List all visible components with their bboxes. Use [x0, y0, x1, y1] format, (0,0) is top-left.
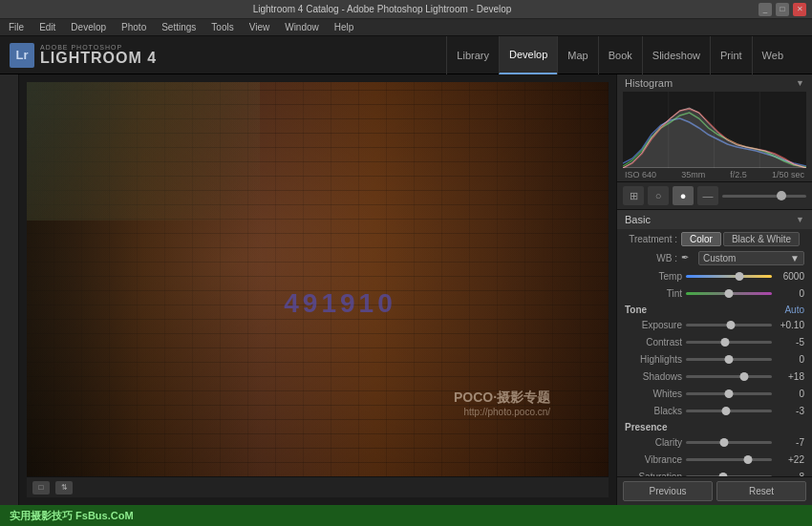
- red-eye-tool[interactable]: ●: [673, 186, 694, 205]
- menu-photo[interactable]: Photo: [118, 21, 149, 33]
- saturation-slider-thumb[interactable]: [718, 473, 727, 477]
- tool-row: ⊞ ○ ● —: [617, 182, 812, 210]
- wb-row: WB : ✒ Custom ▼: [617, 249, 812, 267]
- tint-slider-thumb[interactable]: [725, 289, 734, 298]
- blacks-slider-track[interactable]: [686, 410, 772, 412]
- footer-bar: 实用摄影技巧 FsBus.CoM: [0, 505, 812, 526]
- presence-title: Presence: [625, 422, 667, 432]
- highlights-label: Highlights: [625, 354, 682, 365]
- wb-label: WB :: [625, 253, 677, 263]
- shadows-value: +18: [776, 371, 804, 382]
- menu-tools[interactable]: Tools: [208, 21, 236, 33]
- temp-value: 6000: [776, 271, 804, 282]
- blacks-slider-thumb[interactable]: [722, 407, 731, 415]
- presence-section-header: Presence: [617, 419, 812, 433]
- blacks-value: -3: [776, 406, 804, 416]
- wb-value: Custom: [703, 253, 736, 263]
- menu-file[interactable]: File: [6, 21, 27, 33]
- close-button[interactable]: ✕: [793, 3, 806, 16]
- center-panel: 491910 POCO·摄影专题 http://photo.poco.cn/ □…: [19, 74, 616, 505]
- treatment-color-btn[interactable]: Color: [681, 232, 721, 246]
- vibrance-value: +22: [776, 454, 804, 465]
- contrast-value: -5: [776, 337, 804, 347]
- minimize-button[interactable]: _: [759, 3, 772, 16]
- temp-slider-track[interactable]: [686, 275, 772, 278]
- temp-slider-thumb[interactable]: [735, 272, 743, 281]
- previous-button[interactable]: Previous: [623, 481, 713, 501]
- highlights-slider-thumb[interactable]: [725, 355, 734, 364]
- menu-edit[interactable]: Edit: [36, 21, 58, 33]
- treatment-buttons: Color Black & White: [681, 232, 800, 246]
- right-panel: Histogram ▼: [616, 74, 812, 505]
- saturation-slider-track[interactable]: [686, 475, 772, 477]
- tool-slider-thumb[interactable]: [777, 191, 786, 200]
- crop-tool[interactable]: ⊞: [623, 186, 644, 205]
- nav-map[interactable]: Map: [557, 36, 597, 74]
- sort-icon[interactable]: ⇅: [55, 481, 73, 494]
- exposure-slider-track[interactable]: [686, 324, 772, 326]
- nav-book[interactable]: Book: [598, 36, 642, 74]
- blacks-slider-row: Blacks -3: [617, 402, 812, 419]
- nav-library[interactable]: Library: [446, 36, 499, 74]
- treatment-label: Treatment :: [625, 234, 677, 244]
- maximize-button[interactable]: □: [776, 3, 789, 16]
- histogram-svg: [623, 92, 806, 168]
- logo-area: Lr ADOBE PHOTOSHOP LIGHTROOM 4: [10, 43, 201, 68]
- highlights-slider-track[interactable]: [686, 358, 772, 361]
- basic-section-header[interactable]: Basic ▼: [617, 210, 812, 229]
- whites-slider-thumb[interactable]: [725, 389, 734, 398]
- clarity-slider-row: Clarity -7: [617, 433, 812, 451]
- treatment-bw-btn[interactable]: Black & White: [723, 232, 800, 246]
- exposure-label: Exposure: [625, 320, 682, 330]
- exposure-slider-thumb[interactable]: [726, 321, 735, 329]
- wb-select[interactable]: Custom ▼: [698, 251, 804, 265]
- vibrance-slider-track[interactable]: [686, 458, 772, 461]
- whites-label: Whites: [625, 389, 682, 399]
- histogram-header: Histogram ▼: [617, 74, 812, 92]
- clarity-value: -7: [776, 437, 804, 448]
- tone-auto-btn[interactable]: Auto: [784, 305, 804, 315]
- lr-badge: Lr: [10, 43, 34, 68]
- contrast-slider-track[interactable]: [686, 341, 772, 344]
- nav-print[interactable]: Print: [710, 36, 752, 74]
- contrast-slider-thumb[interactable]: [720, 338, 729, 347]
- tint-value: 0: [776, 288, 804, 299]
- nav-slideshow[interactable]: Slideshow: [642, 36, 710, 74]
- window-controls[interactable]: _ □ ✕: [759, 3, 806, 16]
- histogram-section: Histogram ▼: [617, 74, 812, 182]
- vibrance-slider-thumb[interactable]: [743, 455, 752, 464]
- shadows-slider-track[interactable]: [686, 375, 772, 378]
- histogram-collapse-icon[interactable]: ▼: [796, 78, 804, 88]
- tool-slider-track: [722, 195, 806, 198]
- menu-help[interactable]: Help: [331, 21, 357, 33]
- nav-web[interactable]: Web: [752, 36, 793, 74]
- menu-view[interactable]: View: [246, 21, 273, 33]
- graduated-filter-tool[interactable]: —: [697, 186, 718, 205]
- shadows-slider-thumb[interactable]: [740, 372, 749, 381]
- saturation-slider-row: Saturation -8: [617, 468, 812, 476]
- left-panel: [0, 74, 19, 505]
- clarity-slider-track[interactable]: [686, 441, 772, 444]
- clarity-slider-thumb[interactable]: [719, 438, 728, 447]
- whites-slider-track[interactable]: [686, 392, 772, 395]
- tint-label: Tint: [625, 288, 682, 299]
- menu-settings[interactable]: Settings: [159, 21, 199, 33]
- spot-removal-tool[interactable]: ○: [648, 186, 669, 205]
- menu-develop[interactable]: Develop: [68, 21, 109, 33]
- iso-value: ISO 640: [625, 170, 656, 179]
- tint-slider-track[interactable]: [686, 292, 772, 295]
- wb-picker-icon[interactable]: ✒: [681, 252, 694, 265]
- reset-button[interactable]: Reset: [716, 481, 806, 501]
- focal-value: 35mm: [681, 170, 705, 179]
- temp-label: Temp: [625, 271, 682, 282]
- nav-develop[interactable]: Develop: [499, 36, 557, 74]
- panel-bottom-buttons: Previous Reset: [617, 476, 812, 505]
- menu-window[interactable]: Window: [282, 21, 322, 33]
- grid-view-icon[interactable]: □: [32, 481, 50, 494]
- histogram-title: Histogram: [625, 77, 673, 89]
- basic-title: Basic: [625, 214, 651, 225]
- blacks-label: Blacks: [625, 406, 682, 416]
- tone-section-header: Tone Auto: [617, 302, 812, 316]
- main-layout: 491910 POCO·摄影专题 http://photo.poco.cn/ □…: [0, 74, 812, 505]
- highlights-slider-row: Highlights 0: [617, 350, 812, 368]
